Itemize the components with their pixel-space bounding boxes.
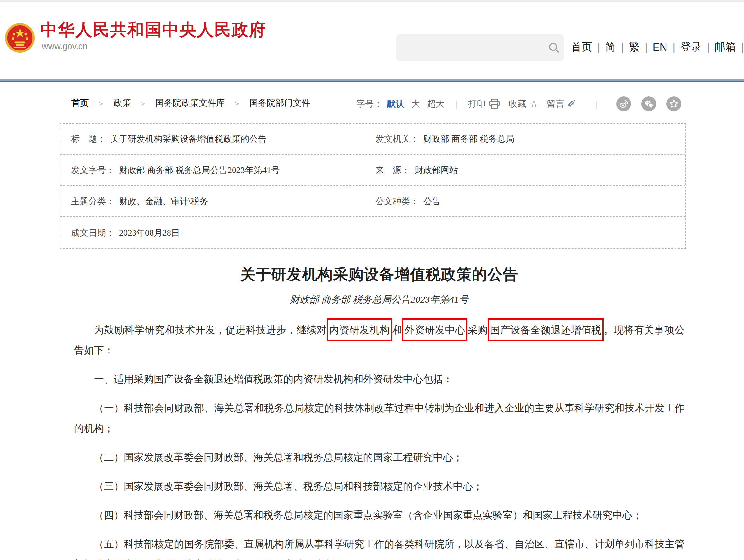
qzone-share-icon[interactable] (667, 97, 681, 111)
meta-label-title: 标 题： (71, 133, 106, 145)
breadcrumb-policy-library[interactable]: 国务院政策文件库 (155, 98, 225, 108)
document-meta-box: 标 题： 关于研发机构采购设备增值税政策的公告 发文机关： 财政部 商务部 税务… (60, 123, 686, 249)
search-icon[interactable] (544, 41, 563, 54)
print-button[interactable]: 打印 (468, 98, 485, 110)
site-title: 中华人民共和国中央人民政府 (40, 21, 266, 39)
site-url: www.gov.cn (42, 41, 266, 51)
meta-row-docnumber-source: 发文字号： 财政部 商务部 税务总局公告2023年第41号 来 源： 财政部网站 (60, 155, 685, 186)
breadcrumb-separator: ＞ (139, 100, 147, 107)
meta-value-docnumber: 财政部 商务部 税务总局公告2023年第41号 (119, 164, 280, 176)
meta-row-date: 成文日期： 2023年08月28日 (60, 217, 685, 248)
font-size-label: 字号： (357, 98, 382, 110)
list-item-5: （五）科技部核定的国务院部委、直属机构所属从事科学研究工作的各类科研院所，以及各… (74, 534, 684, 560)
weibo-share-icon[interactable] (616, 97, 631, 111)
site-header: 中华人民共和国中央人民政府 www.gov.cn 首页 | 简 | 繁 | EN… (0, 2, 744, 79)
meta-row-title-agency: 标 题： 关于研发机构采购设备增值税政策的公告 发文机关： 财政部 商务部 税务… (60, 123, 685, 155)
wechat-share-icon[interactable] (641, 97, 656, 111)
meta-row-category-doctype: 主题分类： 财政、金融、审计\税务 公文种类： 公告 (60, 186, 685, 217)
national-emblem-icon (4, 23, 35, 53)
printer-icon[interactable] (489, 99, 500, 109)
meta-label-date: 成文日期： (71, 227, 114, 239)
breadcrumb: 首页 ＞ 政策 ＞ 国务院政策文件库 ＞ 国务院部门文件 (71, 97, 310, 109)
font-size-xlarge[interactable]: 超大 (427, 98, 445, 110)
highlight-foreign-rd-center: 外资研发中心 (402, 319, 468, 341)
meta-value-agency: 财政部 商务部 税务总局 (423, 133, 515, 145)
meta-label-source: 来 源： (375, 164, 410, 176)
star-icon[interactable]: ☆ (529, 98, 538, 110)
pencil-icon[interactable]: ✐ (567, 98, 576, 110)
highlight-vat-refund: 国产设备全额退还增值税 (488, 319, 603, 341)
nav-english[interactable]: EN (653, 41, 667, 53)
breadcrumb-home[interactable]: 首页 (71, 98, 89, 108)
list-item-4: （四）科技部会同财政部、海关总署和税务总局核定的国家重点实验室（含企业国家重点实… (74, 505, 684, 525)
font-size-default[interactable]: 默认 (387, 98, 404, 110)
font-size-large[interactable]: 大 (411, 98, 420, 110)
meta-value-category: 财政、金融、审计\税务 (119, 195, 209, 207)
document-body: 为鼓励科学研究和技术开发，促进科技进步，继续对内资研发机构和外资研发中心采购国产… (74, 320, 684, 560)
nav-home[interactable]: 首页 (571, 40, 592, 54)
list-item-2: （二）国家发展改革委会同财政部、海关总署和税务总局核定的国家工程研究中心； (74, 447, 684, 468)
nav-traditional[interactable]: 繁 (629, 40, 639, 54)
share-buttons (606, 97, 681, 111)
top-nav: 首页 | 简 | 繁 | EN | 登录 | 邮箱 | (571, 40, 744, 54)
breadcrumb-policy[interactable]: 政策 (114, 98, 131, 108)
highlight-domestic-rd-institution: 内资研发机构 (327, 319, 392, 341)
content: 首页 ＞ 政策 ＞ 国务院政策文件库 ＞ 国务院部门文件 字号： 默认 大 超大… (0, 93, 744, 560)
list-item-1: （一）科技部会同财政部、海关总署和税务总局核定的科技体制改革过程中转制为企业和进… (74, 398, 684, 439)
document-toolbar: 字号： 默认 大 超大 | 打印 收藏 ☆ 留言 ✐ | (357, 97, 681, 111)
header-blue-divider (0, 79, 744, 82)
paragraph-section-one: 一、适用采购国产设备全额退还增值税政策的内资研发机构和外资研发中心包括： (74, 369, 684, 389)
meta-label-docnumber: 发文字号： (71, 164, 114, 176)
breadcrumb-separator: ＞ (233, 100, 241, 107)
paragraph-intro: 为鼓励科学研究和技术开发，促进科技进步，继续对内资研发机构和外资研发中心采购国产… (74, 320, 684, 360)
nav-mail[interactable]: 邮箱 (715, 40, 736, 54)
meta-value-date: 2023年08月28日 (119, 227, 180, 239)
search-input[interactable] (396, 34, 544, 61)
meta-value-title: 关于研发机构采购设备增值税政策的公告 (110, 133, 267, 145)
breadcrumb-toolbar-row: 首页 ＞ 政策 ＞ 国务院政策文件库 ＞ 国务院部门文件 字号： 默认 大 超大… (0, 93, 744, 114)
meta-value-source: 财政部网站 (415, 164, 458, 176)
list-item-3: （三）国家发展改革委会同财政部、海关总署、税务总局和科技部核定的企业技术中心； (74, 476, 684, 496)
document-article: 关于研发机构采购设备增值税政策的公告 财政部 商务部 税务总局公告2023年第4… (0, 264, 744, 560)
meta-label-doctype: 公文种类： (375, 195, 419, 207)
nav-login[interactable]: 登录 (680, 40, 702, 54)
document-subtitle: 财政部 商务部 税务总局公告2023年第41号 (74, 293, 684, 306)
meta-label-agency: 发文机关： (375, 133, 419, 145)
favorite-button[interactable]: 收藏 (509, 98, 526, 110)
search-box (396, 34, 563, 61)
gov-logo-link[interactable]: 中华人民共和国中央人民政府 www.gov.cn (4, 21, 266, 53)
breadcrumb-current: 国务院部门文件 (250, 98, 310, 108)
document-title: 关于研发机构采购设备增值税政策的公告 (74, 264, 684, 285)
meta-label-category: 主题分类： (71, 195, 114, 207)
meta-value-doctype: 公告 (423, 195, 441, 207)
nav-simplified[interactable]: 简 (605, 40, 616, 54)
breadcrumb-separator: ＞ (98, 100, 105, 107)
comment-button[interactable]: 留言 (547, 98, 564, 110)
